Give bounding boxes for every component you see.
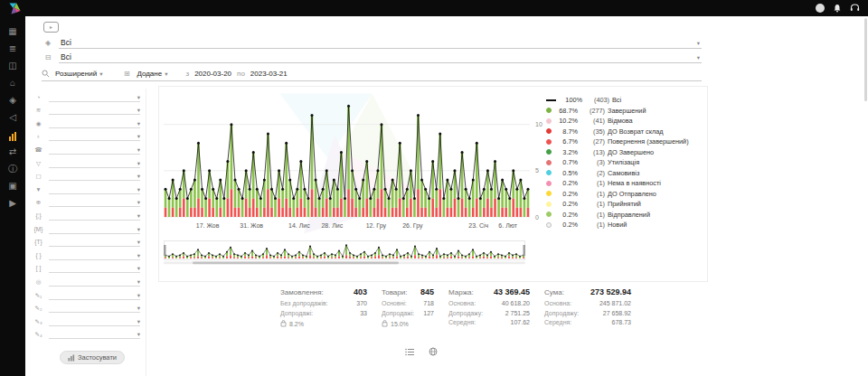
user-filter-select[interactable]: ▾ (49, 119, 140, 128)
legend-item[interactable]: 0.7%(3)Утилізація (546, 157, 705, 168)
stat-value: 845 (420, 287, 434, 296)
phone-filter-select[interactable]: ▾ (49, 146, 140, 155)
app-root: ▦≣◫⌂◈◁⇄ⓘ▣▶ ▸ ◈ Всі ▾ ⊟ Всі ▾ Розширений … (0, 0, 868, 376)
legend-item[interactable]: 3.2%(13)ДО Завершено (546, 147, 705, 158)
bar-chart-icon (68, 354, 75, 362)
home-nav-icon[interactable]: ⌂ (5, 77, 21, 89)
sitemap-filter-select[interactable]: ▾ (49, 132, 140, 141)
legend-dot-swatch (546, 191, 552, 196)
search-icon[interactable] (42, 70, 50, 78)
stat-sublabel: Середня: (448, 318, 476, 328)
pricing-nav-icon[interactable]: ◈ (5, 94, 21, 107)
tags-filter-icon: ⊟ (42, 52, 54, 63)
shield-filter-select[interactable]: ▾ (49, 159, 140, 168)
date-field-select[interactable]: Додане ▾ (137, 70, 167, 78)
x-tick-label: 26. Гру (402, 222, 422, 229)
stat-label: Товари: (382, 288, 407, 296)
legend-label: Нема в наявності (608, 179, 661, 187)
chevron-down-icon: ▾ (697, 40, 700, 47)
legend-item[interactable]: 100%(403)Всі (546, 95, 705, 106)
list-view-icon[interactable] (405, 347, 414, 356)
analytics-nav-icon[interactable] (5, 128, 21, 141)
chevron-down-icon: ▾ (137, 212, 140, 220)
filter-row-code-brackets: [ ]▾ (25, 260, 146, 274)
code-t-icon: {T} (33, 238, 44, 247)
dashboard-nav-icon[interactable]: ▦ (5, 25, 21, 38)
apply-filters-button[interactable]: Застосувати (60, 351, 125, 364)
marketing-nav-icon[interactable]: ◁ (5, 111, 21, 124)
status-filter-select[interactable]: ▾ (49, 93, 140, 102)
legend-dot-swatch (546, 170, 552, 175)
stat-label: Маржа: (448, 288, 474, 296)
chevron-down-icon: ▾ (137, 186, 140, 193)
products-nav-icon[interactable]: ▣ (5, 180, 21, 193)
legend-item[interactable]: 0.2%(1)Прийнятий (546, 199, 705, 210)
code-brackets-filter-select[interactable]: ▾ (49, 264, 140, 273)
summary-stats: Замовлення: 403 Без допродажів:370 Допро… (280, 287, 631, 328)
legend-line-swatch (546, 99, 556, 101)
chevron-down-icon: ▾ (137, 146, 140, 154)
support-headset-icon[interactable] (850, 4, 860, 13)
code-braces-filter-select[interactable]: ▾ (49, 251, 140, 260)
legend-item[interactable]: 0.2%(1)Нема в наявності (546, 178, 705, 189)
target-filter-select[interactable]: ▾ (49, 277, 140, 287)
chart-navigator[interactable] (164, 240, 525, 268)
code-m-filter-select[interactable]: ▾ (49, 225, 140, 234)
pencil-1-filter-select[interactable]: ▾ (49, 291, 140, 300)
legend-count: (277) (580, 107, 605, 115)
code-t-filter-select[interactable]: ▾ (49, 238, 140, 247)
globe-filter-select[interactable]: ▾ (49, 198, 140, 207)
legend-label: ДО Отправлено (608, 190, 656, 198)
pencil-4-filter-select[interactable]: ▾ (49, 330, 140, 339)
legend-item[interactable]: 10.2%(41)Відмова (546, 116, 705, 127)
info-nav-icon[interactable]: ⓘ (5, 163, 21, 175)
customers-nav-icon[interactable]: ◫ (5, 60, 21, 72)
box-filter-select[interactable]: ▾ (49, 172, 140, 181)
legend-item[interactable]: 8.7%(35)ДО Возврат склад (546, 127, 705, 137)
chevron-down-icon: ▾ (137, 120, 140, 127)
chevron-down-icon: ▾ (137, 160, 140, 167)
legend-label: ДО Завершено (608, 148, 654, 156)
page-scrollbar[interactable] (864, 18, 867, 101)
legend-count: (403) (585, 96, 609, 104)
filter-row-sliders: ≋▾ (25, 102, 146, 116)
pencil-2-filter-select[interactable]: ▾ (49, 304, 140, 313)
integrations-nav-icon[interactable]: ⇄ (5, 146, 21, 158)
pencil-3-icon: ✎₃ (33, 317, 44, 326)
legend-item[interactable]: 0.2%(1)Відправлений (546, 210, 705, 221)
chart-x-axis: 17. Жов31. Жов14. Лис28. Лис12. Гру26. Г… (164, 222, 530, 231)
tags-filter-select[interactable]: Всі ▾ (59, 52, 702, 63)
status-icon: ◔ (33, 93, 44, 102)
globe-language-icon[interactable] (429, 347, 438, 356)
avatar[interactable] (816, 4, 825, 13)
date-from-input[interactable]: 2020-03-20 (194, 70, 231, 78)
code-semicolon-filter-select[interactable]: ▾ (49, 212, 140, 221)
chevron-down-icon: ▾ (137, 94, 140, 101)
filter-row-target: ◎▾ (25, 273, 146, 287)
legend-item[interactable]: 0.2%(1)ДО Отправлено (546, 189, 705, 200)
bell-icon[interactable] (833, 4, 842, 13)
legend-item[interactable]: 68.7%(277)Завершений (546, 106, 705, 117)
orders-nav-icon[interactable]: ≣ (5, 42, 21, 55)
legend-percent: 0.5% (554, 169, 578, 177)
sliders-filter-select[interactable]: ▾ (49, 106, 140, 115)
legend-count: (1) (580, 200, 605, 208)
legend-label: Самовивіз (608, 169, 639, 177)
legend-item[interactable]: 0.2%(1)Новий (546, 220, 705, 230)
legend-item[interactable]: 0.5%(2)Самовивіз (546, 168, 705, 179)
svg-text:5: 5 (535, 167, 539, 174)
search-mode-select[interactable]: Розширений ▾ (55, 70, 102, 78)
filter-row-box: ▢▾ (25, 168, 146, 182)
legend-label: Всі (612, 96, 621, 104)
main-sidebar: ▦≣◫⌂◈◁⇄ⓘ▣▶ (0, 16, 25, 376)
media-nav-icon[interactable]: ▶ (5, 197, 21, 210)
orders-chart-card: 0510 17. Жов31. Жов14. Лис28. Лис12. Гру… (158, 86, 708, 282)
category-filter-select[interactable]: Всі ▾ (59, 38, 702, 49)
pencil-3-filter-select[interactable]: ▾ (49, 317, 140, 326)
funnel-filter-select[interactable]: ▾ (49, 185, 140, 194)
video-tutorial-icon[interactable]: ▸ (43, 22, 59, 33)
chevron-down-icon: ▾ (137, 173, 140, 180)
legend-item[interactable]: 6.7%(27)Повернення (завершений) (546, 136, 705, 147)
date-to-input[interactable]: 2023-03-21 (250, 70, 288, 78)
app-logo[interactable] (8, 3, 22, 14)
